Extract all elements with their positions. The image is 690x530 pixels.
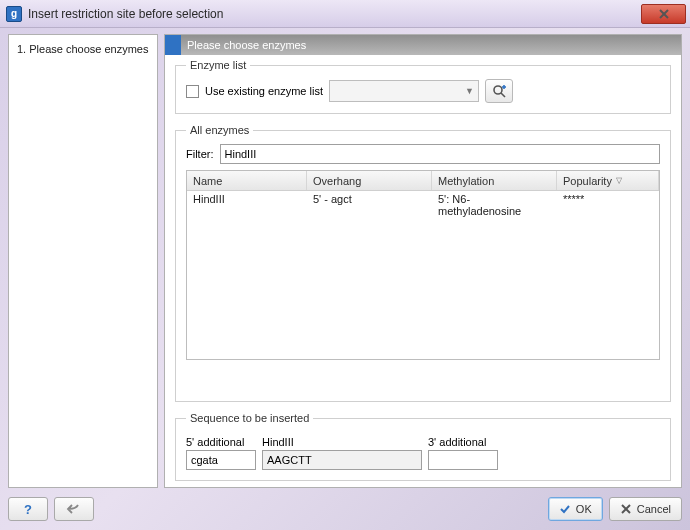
cell-popularity: ***** bbox=[557, 191, 659, 209]
enzyme-list-group: Enzyme list Use existing enzyme list ▼ bbox=[175, 59, 671, 114]
sort-desc-icon: ▽ bbox=[616, 176, 622, 185]
back-button[interactable] bbox=[54, 497, 94, 521]
svg-line-3 bbox=[501, 93, 505, 97]
content-header-title: Please choose enzymes bbox=[185, 39, 306, 51]
col-overhang[interactable]: Overhang bbox=[307, 171, 432, 190]
col-name[interactable]: Name bbox=[187, 171, 307, 190]
col-methylation[interactable]: Methylation bbox=[432, 171, 557, 190]
cell-overhang: 5' - agct bbox=[307, 191, 432, 209]
magnifier-icon bbox=[492, 84, 506, 98]
sequence-legend: Sequence to be inserted bbox=[186, 412, 313, 424]
sequence-group: Sequence to be inserted 5' additional Hi… bbox=[175, 412, 671, 481]
content-panel: Please choose enzymes Enzyme list Use ex… bbox=[164, 34, 682, 488]
three-additional-label: 3' additional bbox=[428, 436, 498, 448]
browse-enzyme-list-button[interactable] bbox=[485, 79, 513, 103]
close-icon bbox=[658, 8, 670, 20]
step-1[interactable]: 1. Please choose enzymes bbox=[17, 41, 149, 57]
ok-button[interactable]: OK bbox=[548, 497, 603, 521]
chevron-down-icon: ▼ bbox=[465, 86, 474, 96]
all-enzymes-group: All enzymes Filter: Name Overhang Methyl… bbox=[175, 124, 671, 402]
filter-label: Filter: bbox=[186, 148, 214, 160]
check-icon bbox=[559, 503, 571, 515]
cancel-icon bbox=[620, 503, 632, 515]
help-button[interactable]: ? bbox=[8, 497, 48, 521]
content-header: Please choose enzymes bbox=[165, 35, 681, 55]
enzyme-list-legend: Enzyme list bbox=[186, 59, 250, 71]
use-existing-checkbox[interactable] bbox=[186, 85, 199, 98]
enzymes-table: Name Overhang Methylation Popularity▽ Hi… bbox=[186, 170, 660, 360]
app-icon: g bbox=[6, 6, 22, 22]
undo-arrow-icon bbox=[66, 503, 82, 515]
button-bar: ? OK Cancel bbox=[8, 488, 682, 522]
header-accent bbox=[165, 35, 181, 55]
enzyme-seq-label: HindIII bbox=[262, 436, 422, 448]
cell-name: HindIII bbox=[187, 191, 307, 209]
table-row[interactable]: HindIII 5' - agct 5': N6-methyladenosine… bbox=[187, 191, 659, 209]
five-additional-input[interactable] bbox=[186, 450, 256, 470]
enzyme-seq-field bbox=[262, 450, 422, 470]
enzyme-list-combo[interactable]: ▼ bbox=[329, 80, 479, 102]
cancel-label: Cancel bbox=[637, 503, 671, 515]
cancel-button[interactable]: Cancel bbox=[609, 497, 682, 521]
all-enzymes-legend: All enzymes bbox=[186, 124, 253, 136]
ok-label: OK bbox=[576, 503, 592, 515]
five-additional-label: 5' additional bbox=[186, 436, 256, 448]
use-existing-label: Use existing enzyme list bbox=[205, 85, 323, 97]
close-button[interactable] bbox=[641, 4, 686, 24]
window-title: Insert restriction site before selection bbox=[28, 7, 223, 21]
filter-input[interactable] bbox=[220, 144, 661, 164]
question-icon: ? bbox=[24, 502, 32, 517]
three-additional-input[interactable] bbox=[428, 450, 498, 470]
svg-point-2 bbox=[494, 86, 502, 94]
steps-panel: 1. Please choose enzymes bbox=[8, 34, 158, 488]
titlebar: g Insert restriction site before selecti… bbox=[0, 0, 690, 28]
cell-methylation: 5': N6-methyladenosine bbox=[432, 191, 557, 209]
col-popularity[interactable]: Popularity▽ bbox=[557, 171, 659, 190]
